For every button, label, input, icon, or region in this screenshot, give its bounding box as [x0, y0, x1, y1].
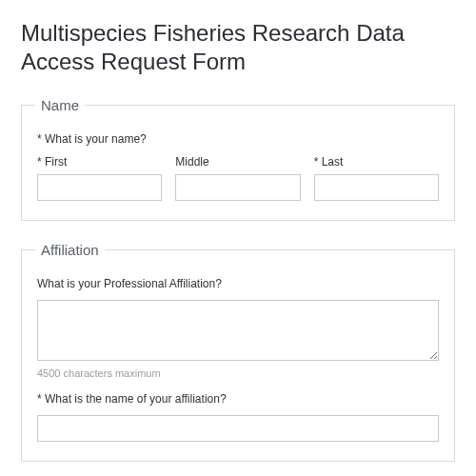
name-question: What is your name?	[37, 132, 439, 146]
prof-affiliation-textarea[interactable]	[37, 300, 439, 361]
label-last: Last	[314, 155, 439, 169]
label-middle: Middle	[175, 155, 300, 169]
affiliation-name-question: What is the name of your affiliation?	[37, 392, 439, 406]
field-last: Last	[314, 155, 439, 201]
prof-affiliation-hint: 4500 characters maximum	[37, 367, 439, 379]
input-middle[interactable]	[175, 174, 300, 201]
input-last[interactable]	[314, 174, 439, 201]
section-name: Name What is your name? First Middle Las…	[21, 97, 455, 221]
section-name-legend: Name	[35, 97, 85, 113]
affiliation-name-input[interactable]	[37, 415, 439, 442]
label-first: First	[37, 155, 162, 169]
field-middle: Middle	[175, 155, 300, 201]
prof-affiliation-question: What is your Professional Affiliation?	[37, 277, 439, 290]
field-first: First	[37, 155, 162, 201]
section-affiliation-legend: Affiliation	[35, 242, 105, 258]
input-first[interactable]	[37, 174, 162, 201]
section-affiliation: Affiliation What is your Professional Af…	[21, 242, 455, 462]
page-title: Multispecies Fisheries Research Data Acc…	[21, 19, 455, 76]
